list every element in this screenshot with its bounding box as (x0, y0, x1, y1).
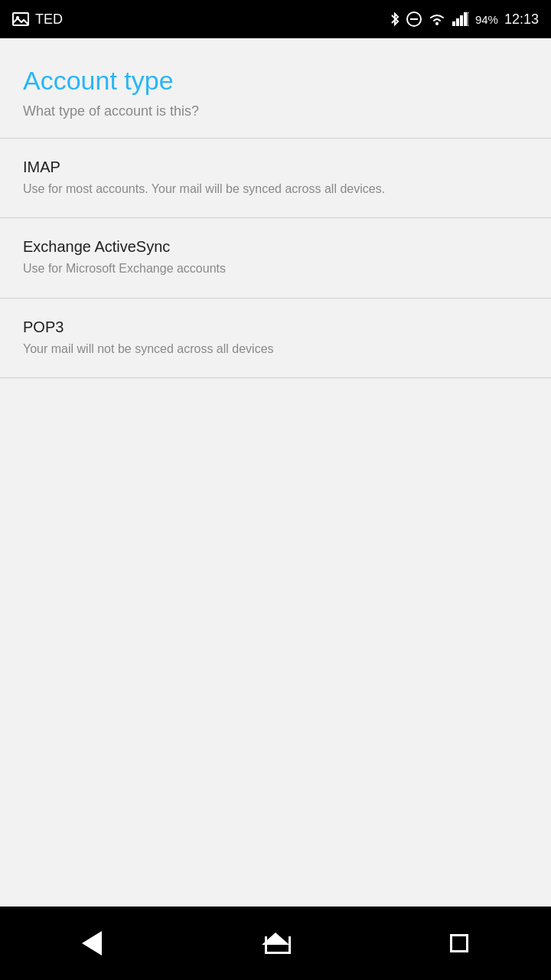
status-right: 94% 12:13 (390, 11, 539, 28)
header-section: Account type What type of account is thi… (0, 38, 551, 138)
status-bar: TED 94% 12:13 (0, 0, 551, 38)
recents-icon (450, 934, 468, 952)
exchange-desc: Use for Microsoft Exchange accounts (23, 260, 528, 277)
nav-bar (0, 906, 551, 980)
home-button[interactable] (253, 920, 298, 966)
svg-rect-9 (468, 12, 469, 26)
pop3-desc: Your mail will not be synced across all … (23, 341, 528, 358)
svg-rect-6 (456, 18, 459, 26)
wifi-icon (428, 12, 446, 26)
svg-rect-7 (460, 15, 463, 26)
svg-point-4 (435, 22, 439, 25)
page-subtitle: What type of account is this? (23, 103, 528, 119)
recents-button[interactable] (436, 920, 482, 966)
page-title: Account type (23, 66, 528, 96)
status-time: 12:13 (504, 11, 539, 28)
option-exchange[interactable]: Exchange ActiveSync Use for Microsoft Ex… (0, 218, 551, 297)
battery-indicator: 94% (475, 13, 498, 26)
status-left: TED (12, 11, 63, 28)
imap-desc: Use for most accounts. Your mail will be… (23, 181, 528, 198)
svg-rect-5 (452, 21, 455, 26)
svg-rect-0 (13, 13, 28, 25)
option-pop3[interactable]: POP3 Your mail will not be synced across… (0, 299, 551, 377)
photo-icon (12, 12, 29, 26)
back-icon (82, 931, 102, 956)
bluetooth-icon (390, 11, 400, 27)
exchange-title: Exchange ActiveSync (23, 238, 528, 256)
back-button[interactable] (69, 920, 115, 966)
dnd-icon (406, 11, 422, 27)
pop3-title: POP3 (23, 318, 528, 336)
home-icon (265, 933, 286, 954)
option-imap[interactable]: IMAP Use for most accounts. Your mail wi… (0, 139, 551, 217)
divider-3 (0, 377, 551, 378)
status-app-name: TED (35, 11, 63, 28)
signal-icon (452, 12, 469, 26)
imap-title: IMAP (23, 158, 528, 176)
main-content: Account type What type of account is thi… (0, 38, 551, 906)
svg-rect-8 (464, 12, 467, 26)
